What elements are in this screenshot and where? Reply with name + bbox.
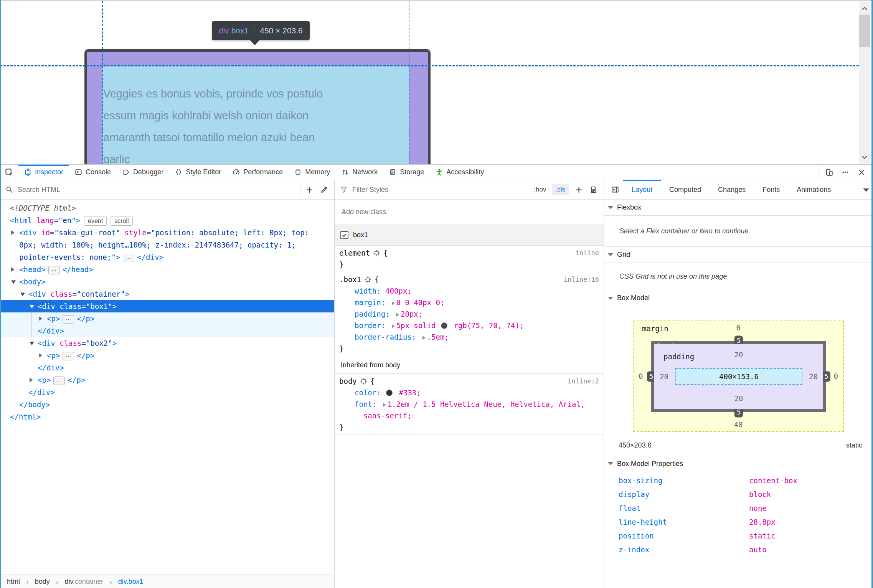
panel-splitter-right[interactable] bbox=[604, 180, 604, 588]
toggle-pseudo-classes-button[interactable]: :hov bbox=[531, 184, 549, 195]
twisty-expanded-icon[interactable] bbox=[20, 292, 25, 296]
tab-accessibility[interactable]: Accessibility bbox=[430, 165, 490, 180]
margin-top-value[interactable]: 0 bbox=[634, 324, 843, 332]
markup-line[interactable]: <p>⋯</p> bbox=[0, 312, 334, 325]
breadcrumb-item[interactable]: html bbox=[7, 578, 20, 586]
markup-line[interactable]: pointer-events: none;">⋯</div> bbox=[0, 251, 334, 263]
boxmodel-property-row[interactable]: displayblock bbox=[604, 487, 873, 501]
expand-shorthand-icon[interactable] bbox=[396, 313, 399, 317]
class-checkbox[interactable] bbox=[340, 231, 348, 239]
target-icon[interactable] bbox=[364, 276, 371, 283]
color-swatch[interactable] bbox=[386, 390, 393, 396]
scrollbar-thumb[interactable] bbox=[859, 15, 870, 47]
add-rule-button[interactable] bbox=[571, 180, 586, 199]
ellipsis-badge[interactable]: ⋯ bbox=[123, 254, 134, 262]
padding-right-value[interactable]: 20 bbox=[809, 372, 818, 381]
panel-splitter-left[interactable] bbox=[334, 180, 335, 588]
tab-console[interactable]: Console bbox=[69, 165, 117, 180]
boxmodel-properties-header[interactable]: Box Model Properties bbox=[604, 454, 873, 474]
boxmodel-section-header[interactable]: Box Model bbox=[604, 290, 873, 306]
tab-storage[interactable]: Storage bbox=[383, 165, 430, 180]
sidebar-tab-animations[interactable]: Animations bbox=[788, 180, 831, 199]
tab-network[interactable]: Network bbox=[336, 165, 383, 180]
css-declaration[interactable]: border-radius: .5em; bbox=[339, 331, 599, 343]
twisty-collapsed-icon[interactable] bbox=[11, 230, 15, 235]
boxmodel-padding-layer[interactable]: padding 20 20 20 20 400×153.6 bbox=[654, 344, 823, 409]
target-icon[interactable] bbox=[373, 249, 380, 257]
css-declaration[interactable]: font: 1.2em / 1.5 Helvetica Neue, Helvet… bbox=[339, 398, 599, 421]
print-media-button[interactable] bbox=[586, 180, 601, 199]
css-declaration[interactable]: padding: 20px; bbox=[339, 308, 599, 320]
markup-line[interactable]: </body> bbox=[0, 398, 334, 411]
boxmodel-content-box[interactable]: 400×153.6 bbox=[675, 368, 802, 385]
boxmodel-property-row[interactable]: box-sizingcontent-box bbox=[604, 474, 873, 487]
page-scrollbar[interactable] bbox=[859, 2, 870, 164]
toggle-classes-button[interactable]: .cls bbox=[552, 184, 569, 195]
css-declaration[interactable]: margin: 0 0 40px 0; bbox=[339, 297, 599, 308]
sidebar-toggle-icon[interactable] bbox=[607, 180, 623, 199]
markup-line[interactable]: <p>⋯</p> bbox=[0, 374, 334, 386]
css-declaration[interactable]: width: 400px; bbox=[339, 285, 599, 297]
grid-section-header[interactable]: Grid bbox=[604, 247, 873, 263]
twisty-collapsed-icon[interactable] bbox=[39, 316, 42, 321]
rule-selector[interactable]: element bbox=[339, 249, 370, 257]
rule-selector[interactable]: .box1 bbox=[339, 275, 361, 284]
node-picker-icon[interactable] bbox=[5, 168, 13, 177]
css-declaration[interactable]: color: #333; bbox=[339, 387, 599, 398]
markup-line[interactable]: <div id="saka-gui-root" style="position:… bbox=[0, 226, 334, 239]
margin-right-value[interactable]: 0 bbox=[834, 372, 838, 380]
tab-inspector[interactable]: Inspector bbox=[18, 165, 69, 180]
scroll-down-icon[interactable] bbox=[861, 154, 868, 161]
color-swatch[interactable] bbox=[441, 322, 447, 329]
sidebar-tab-computed[interactable]: Computed bbox=[661, 180, 710, 199]
tab-performance[interactable]: Performance bbox=[227, 165, 289, 180]
markup-line[interactable]: <head>⋯</head> bbox=[0, 263, 334, 276]
tab-debugger[interactable]: Debugger bbox=[117, 165, 169, 180]
scroll-up-icon[interactable] bbox=[861, 5, 868, 12]
rule-source-link[interactable]: inline:16 bbox=[564, 274, 599, 285]
rule-source-link[interactable]: inline bbox=[576, 247, 599, 259]
filter-styles-input[interactable] bbox=[352, 185, 527, 194]
rule-selector[interactable]: body bbox=[339, 377, 357, 385]
target-icon[interactable] bbox=[360, 378, 367, 385]
twisty-expanded-icon[interactable] bbox=[30, 305, 34, 308]
rule-source-link[interactable]: inline:2 bbox=[568, 375, 599, 387]
boxmodel-property-row[interactable]: line-height28.8px bbox=[604, 515, 873, 529]
responsive-design-button[interactable] bbox=[822, 165, 836, 180]
padding-top-value[interactable]: 20 bbox=[654, 350, 823, 359]
sidebar-tab-layout[interactable]: Layout bbox=[623, 180, 661, 199]
badge-scroll[interactable]: scroll bbox=[111, 216, 132, 226]
boxmodel-property-row[interactable]: z-indexauto bbox=[604, 543, 873, 557]
markup-line[interactable]: <div class="container"> bbox=[0, 288, 334, 300]
markup-line[interactable]: </html> bbox=[0, 411, 334, 423]
markup-line[interactable]: </div> bbox=[0, 325, 334, 337]
border-right-value[interactable]: 5 bbox=[822, 372, 830, 382]
boxmodel-margin-layer[interactable]: margin 0 40 0 0 border 5 5 5 5 padding 2… bbox=[633, 320, 844, 432]
boxmodel-property-row[interactable]: positionstatic bbox=[604, 529, 873, 543]
twisty-expanded-icon[interactable] bbox=[11, 280, 16, 284]
ellipsis-badge[interactable]: ⋯ bbox=[48, 266, 60, 274]
twisty-collapsed-icon[interactable] bbox=[11, 267, 15, 272]
all-tabs-chevron-icon[interactable] bbox=[863, 188, 869, 195]
search-html-input[interactable] bbox=[17, 185, 299, 194]
breadcrumb-item[interactable]: body bbox=[35, 578, 50, 586]
markup-line[interactable]: 0px; width: 100%; height…100%; z-index: … bbox=[0, 239, 334, 251]
expand-shorthand-icon[interactable] bbox=[392, 324, 395, 328]
close-button[interactable] bbox=[855, 165, 868, 180]
ellipsis-badge[interactable]: ⋯ bbox=[63, 315, 74, 324]
markup-line[interactable]: </div> bbox=[0, 386, 334, 398]
markup-line[interactable]: <div class="box1"> bbox=[0, 300, 334, 312]
ellipsis-badge[interactable]: ⋯ bbox=[53, 377, 65, 385]
meatball-menu-button[interactable] bbox=[838, 165, 852, 180]
markup-line[interactable]: <body> bbox=[0, 276, 334, 288]
markup-line[interactable]: <html lang="en">eventscroll bbox=[0, 214, 334, 226]
breadcrumb-item[interactable]: div.container bbox=[64, 578, 103, 586]
tab-style-editor[interactable]: Style Editor bbox=[169, 165, 227, 180]
breadcrumb-item[interactable]: div.box1 bbox=[118, 578, 144, 586]
css-declaration[interactable]: border: 5px solid rgb(75, 70, 74); bbox=[339, 320, 599, 331]
padding-left-value[interactable]: 20 bbox=[660, 372, 668, 381]
badge-event[interactable]: event bbox=[84, 216, 107, 226]
expand-shorthand-icon[interactable] bbox=[392, 301, 395, 305]
markup-line[interactable]: <p>⋯</p> bbox=[0, 349, 334, 362]
ellipsis-badge[interactable]: ⋯ bbox=[63, 352, 74, 360]
